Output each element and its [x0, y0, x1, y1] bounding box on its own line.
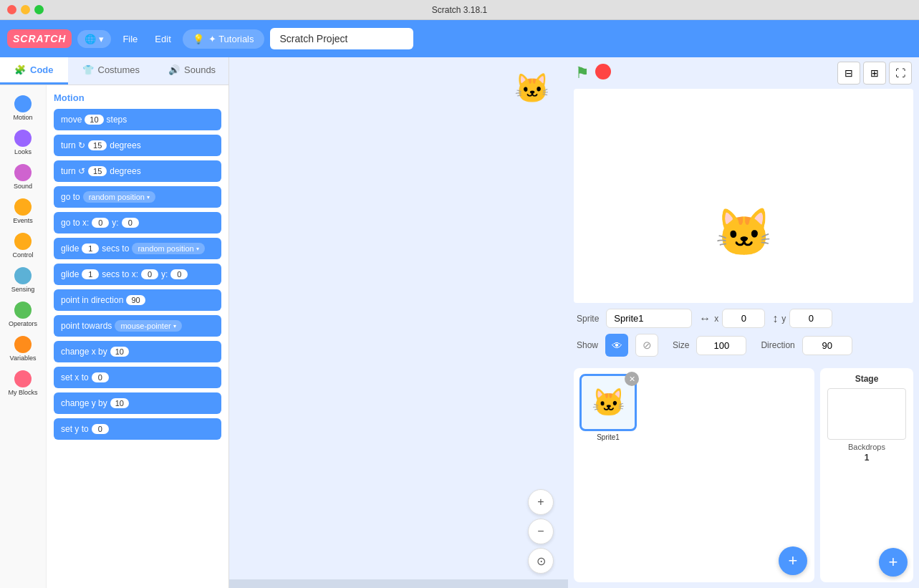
category-item-motion[interactable]: Motion: [2, 92, 44, 124]
fullscreen-button[interactable]: ⛶: [889, 62, 912, 85]
stop-button[interactable]: [595, 64, 611, 79]
code-icon: 🧩: [14, 64, 26, 75]
project-name-input[interactable]: [270, 28, 413, 49]
right-panel: ⚑ ⊟ ⊞ ⛶ 🐱 Sprite ↔ x: [568, 57, 919, 588]
backdrops-label: Backdrops: [848, 443, 885, 451]
maximize-button[interactable]: [34, 5, 44, 14]
block-set_y[interactable]: set y to0: [54, 418, 221, 440]
tab-code[interactable]: 🧩 Code: [0, 57, 68, 85]
variables-label: Variables: [10, 355, 37, 362]
block-turn_cw[interactable]: turn ↻15degrees: [54, 135, 221, 156]
sprites-section: ✕ 🐱 Sprite1 + Stage Backdrops 1 +: [568, 368, 919, 588]
zoom-out-button[interactable]: −: [528, 519, 554, 544]
y-arrows-icon: ↕: [772, 312, 778, 325]
minimize-button[interactable]: [21, 5, 30, 14]
backdrops-count: 1: [865, 453, 870, 463]
category-item-variables[interactable]: Variables: [2, 333, 44, 365]
sprites-list: ✕ 🐱 Sprite1 +: [574, 368, 814, 582]
block-glide_to[interactable]: glide1secs torandom position ▾: [54, 238, 221, 259]
zoom-in-button[interactable]: +: [528, 489, 554, 515]
sound-icon: 🔊: [168, 64, 180, 75]
green-flag-button[interactable]: ⚑: [575, 64, 590, 82]
category-sidebar: MotionLooksSoundEventsControlSensingOper…: [0, 85, 47, 588]
block-point_dir[interactable]: point in direction90: [54, 289, 221, 311]
y-coord-input[interactable]: [789, 309, 832, 328]
stage-canvas: 🐱: [574, 89, 913, 303]
tab-costumes[interactable]: 👕 Costumes: [68, 57, 155, 85]
category-item-sound[interactable]: Sound: [2, 161, 44, 193]
sprite-thumbnail[interactable]: ✕ 🐱: [579, 374, 637, 431]
category-item-events[interactable]: Events: [2, 196, 44, 227]
operators-dot: [14, 302, 32, 319]
looks-dot: [14, 130, 32, 147]
category-item-looks[interactable]: Looks: [2, 127, 44, 158]
y-coord-group: ↕ y: [772, 309, 832, 328]
variables-dot: [14, 336, 32, 353]
hide-eye-button[interactable]: ⊘: [635, 334, 658, 357]
size-label: Size: [673, 340, 689, 350]
direction-input[interactable]: [802, 336, 852, 355]
motion-dot: [14, 95, 32, 112]
add-backdrop-button[interactable]: +: [879, 548, 908, 577]
sprite-thumbnail-cat: 🐱: [592, 387, 625, 418]
close-button[interactable]: [7, 5, 16, 14]
category-item-control[interactable]: Control: [2, 230, 44, 261]
block-goto[interactable]: go torandom position ▾: [54, 186, 221, 208]
view-buttons: ⊟ ⊞ ⛶: [837, 62, 912, 85]
myblocks-dot: [14, 370, 32, 387]
block-point_towards[interactable]: point towardsmouse-pointer ▾: [54, 315, 221, 337]
edit-menu[interactable]: Edit: [149, 30, 176, 48]
tabs-bar: 🧩 Code 👕 Costumes 🔊 Sounds: [0, 57, 228, 85]
scripts-canvas[interactable]: 🐱: [229, 57, 568, 579]
block-glide_xy[interactable]: glide1secs to x:0y:0: [54, 264, 221, 285]
menubar: SCRATCH 🌐 ▾ File Edit 💡 ✦ Tutorials: [0, 20, 919, 57]
window-title: Scratch 3.18.1: [432, 5, 487, 15]
category-item-sensing[interactable]: Sensing: [2, 264, 44, 296]
scratch-logo: SCRATCH: [7, 29, 72, 48]
main-area: 🧩 Code 👕 Costumes 🔊 Sounds MotionLooksSo…: [0, 57, 919, 588]
normal-stage-button[interactable]: ⊞: [863, 62, 886, 85]
tab-sounds[interactable]: 🔊 Sounds: [154, 57, 230, 85]
language-button[interactable]: 🌐 ▾: [77, 30, 111, 48]
sprite-item[interactable]: ✕ 🐱 Sprite1: [579, 374, 637, 441]
control-label: Control: [12, 251, 33, 259]
sprite-name-input[interactable]: [606, 309, 692, 328]
blocks-panel: 🧩 Code 👕 Costumes 🔊 Sounds MotionLooksSo…: [0, 57, 229, 588]
lightbulb-icon: 💡: [193, 34, 204, 44]
stage-cat-sprite: 🐱: [715, 206, 773, 260]
block-set_x[interactable]: set x to0: [54, 367, 221, 388]
direction-label: Direction: [761, 340, 794, 350]
sprite-delete-button[interactable]: ✕: [625, 372, 639, 386]
zoom-fit-button[interactable]: ⊙: [528, 548, 554, 574]
sprite-info-row-2: Show 👁 ⊘ Size Direction: [577, 334, 910, 357]
looks-label: Looks: [14, 148, 32, 155]
block-change_x[interactable]: change x by10: [54, 341, 221, 362]
stage-header: ⚑ ⊟ ⊞ ⛶: [568, 57, 919, 89]
stage-controls: ⚑: [575, 64, 611, 82]
fit-stage-button[interactable]: ⊟: [837, 62, 860, 85]
sensing-label: Sensing: [11, 286, 35, 293]
sprite-name-label: Sprite: [577, 314, 599, 324]
y-label: y: [781, 314, 786, 324]
category-item-operators[interactable]: Operators: [2, 299, 44, 330]
show-eye-button[interactable]: 👁: [605, 334, 628, 357]
block-turn_ccw[interactable]: turn ↺15degrees: [54, 160, 221, 182]
block-move[interactable]: move10steps: [54, 109, 221, 130]
horizontal-scrollbar[interactable]: [229, 579, 568, 588]
tutorials-button[interactable]: 💡 ✦ Tutorials: [183, 29, 264, 49]
x-arrows-icon: ↔: [699, 312, 711, 325]
stage-panel: Stage Backdrops 1 +: [820, 368, 913, 582]
category-item-myblocks[interactable]: My Blocks: [2, 367, 44, 399]
x-label: x: [714, 314, 718, 324]
motion-label: Motion: [13, 114, 32, 121]
operators-label: Operators: [9, 320, 37, 327]
zoom-controls: + − ⊙: [528, 489, 554, 574]
file-menu[interactable]: File: [117, 30, 143, 48]
size-input[interactable]: [696, 336, 746, 355]
scripts-area: 🐱 + − ⊙: [229, 57, 568, 588]
stage-thumbnail[interactable]: [827, 388, 906, 440]
x-coord-input[interactable]: [722, 309, 765, 328]
add-sprite-button[interactable]: +: [779, 546, 807, 575]
block-change_y[interactable]: change y by10: [54, 392, 221, 414]
block-goto_xy[interactable]: go to x:0y:0: [54, 212, 221, 233]
